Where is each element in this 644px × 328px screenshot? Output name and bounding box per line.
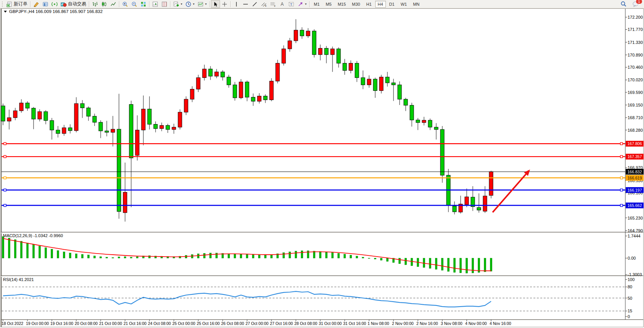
cycles-button[interactable] <box>160 0 169 8</box>
line-chart-icon <box>110 1 116 7</box>
candle-body <box>422 120 426 123</box>
line-handle[interactable] <box>620 204 623 207</box>
macd-histogram-bar <box>39 246 41 258</box>
candle-body <box>489 172 493 196</box>
macd-histogram-bar <box>2 236 4 258</box>
macd-histogram-bar <box>33 244 35 258</box>
candle-body <box>385 77 389 83</box>
candle-body <box>227 77 231 85</box>
candle-body <box>172 127 176 129</box>
price-axis-label: 169.150 <box>628 103 643 107</box>
candle-body <box>416 120 420 123</box>
template-icon <box>198 1 204 7</box>
candle-body <box>318 48 322 55</box>
new-order-button[interactable]: 新订单 <box>5 0 29 8</box>
macd-histogram-bar <box>82 254 84 258</box>
line-chart-button[interactable] <box>109 0 118 8</box>
label-icon: T <box>288 1 294 7</box>
macd-histogram-bar <box>204 253 206 258</box>
fibonacci-button[interactable]: F <box>268 0 278 8</box>
price-axis-label: 169.590 <box>628 90 643 95</box>
candle-body <box>32 108 35 119</box>
timeframe-m5[interactable]: M5 <box>323 1 334 8</box>
bar-chart-button[interactable] <box>90 0 100 8</box>
signal-button[interactable] <box>50 0 59 8</box>
candle-chart-button[interactable] <box>100 0 109 8</box>
line-handle[interactable] <box>4 177 6 179</box>
line-handle[interactable] <box>4 189 6 191</box>
macd-histogram-bar <box>484 258 486 272</box>
vertical-line-button[interactable] <box>232 0 241 8</box>
candle-body <box>7 118 11 121</box>
price-axis-label: 168.710 <box>628 115 643 120</box>
timeframe-d1[interactable]: D1 <box>387 1 397 8</box>
timeframe-mn[interactable]: MN <box>410 1 422 8</box>
profile-button[interactable] <box>41 0 50 8</box>
auto-trading-button[interactable]: 自动交易 <box>59 0 88 8</box>
line-handle[interactable] <box>4 155 6 158</box>
crayon-button[interactable] <box>32 0 41 8</box>
line-handle[interactable] <box>620 177 623 179</box>
channel-button[interactable]: E <box>259 0 268 8</box>
rsi-axis-label: 80 <box>628 284 632 289</box>
rsi-axis-label: 0 <box>628 314 630 319</box>
timeframe-w1[interactable]: W1 <box>398 1 410 8</box>
add-indicator-button[interactable]: ▾ <box>172 0 184 8</box>
line-handle[interactable] <box>620 142 623 145</box>
toolbar-separator <box>230 1 231 7</box>
macd-histogram-bar <box>124 257 126 258</box>
arrows-tool-button[interactable]: ▾ <box>296 0 308 8</box>
cursor-button[interactable] <box>211 0 220 8</box>
macd-histogram-bar <box>368 258 370 259</box>
horizontal-line-button[interactable] <box>241 0 250 8</box>
price-badge-label: 166.832 <box>628 170 642 174</box>
price-axis-label: 168.280 <box>628 128 643 132</box>
timeframe-m30[interactable]: M30 <box>349 1 363 8</box>
line-handle[interactable] <box>620 189 623 191</box>
macd-histogram-bar <box>88 255 90 258</box>
time-axis-label: 18 Oct 2022 <box>2 321 23 326</box>
template-button[interactable]: ▾ <box>196 0 208 8</box>
indicator-window-button[interactable] <box>151 0 160 8</box>
search-button[interactable] <box>619 0 628 8</box>
line-handle[interactable] <box>620 155 623 158</box>
zoom-in-button[interactable] <box>120 0 130 8</box>
svg-text:A: A <box>281 2 284 7</box>
candle-body <box>135 130 139 155</box>
line-handle[interactable] <box>4 142 6 145</box>
macd-histogram-bar <box>45 247 47 258</box>
price-axis-label: 165.230 <box>628 216 643 220</box>
timeframe-m1[interactable]: M1 <box>311 1 322 8</box>
time-axis-label: 25 Oct 16:00 <box>197 321 220 326</box>
candle-body <box>282 49 286 63</box>
tile-windows-button[interactable] <box>139 0 148 8</box>
time-axis-label: 21 Oct 16:00 <box>124 321 146 326</box>
label-button[interactable]: T <box>287 0 296 8</box>
timeframe-m15[interactable]: M15 <box>335 1 348 8</box>
chevron-down-icon: ▾ <box>181 2 182 6</box>
timeframe-h1[interactable]: H1 <box>363 1 374 8</box>
candle-body <box>74 103 78 131</box>
chat-button[interactable]: 1 <box>631 0 641 8</box>
macd-histogram-bar <box>466 258 468 273</box>
toolbar-grip <box>2 2 4 7</box>
candle-body <box>233 85 237 98</box>
macd-histogram-bar <box>320 252 321 258</box>
macd-histogram-bar <box>295 251 297 258</box>
macd-histogram-bar <box>252 255 254 258</box>
timeframe-h4[interactable]: H4 <box>375 1 386 8</box>
line-handle[interactable] <box>4 204 6 207</box>
macd-histogram-bar <box>338 253 340 258</box>
candle-body <box>288 41 292 49</box>
text-button[interactable]: A <box>278 0 287 8</box>
crosshair-button[interactable] <box>220 0 229 8</box>
time-axis-label: 20 Oct 08:00 <box>75 321 98 326</box>
chart-canvas[interactable]: 172.200171.770171.330170.890170.460170.0… <box>0 0 644 328</box>
macd-histogram-bar <box>283 253 285 258</box>
candle-body <box>141 109 145 130</box>
zoom-out-button[interactable] <box>130 0 139 8</box>
period-clock-button[interactable]: ▾ <box>184 0 196 8</box>
trendline-button[interactable] <box>250 0 259 8</box>
candle-body <box>263 96 267 100</box>
toolbar-separator <box>119 1 119 7</box>
